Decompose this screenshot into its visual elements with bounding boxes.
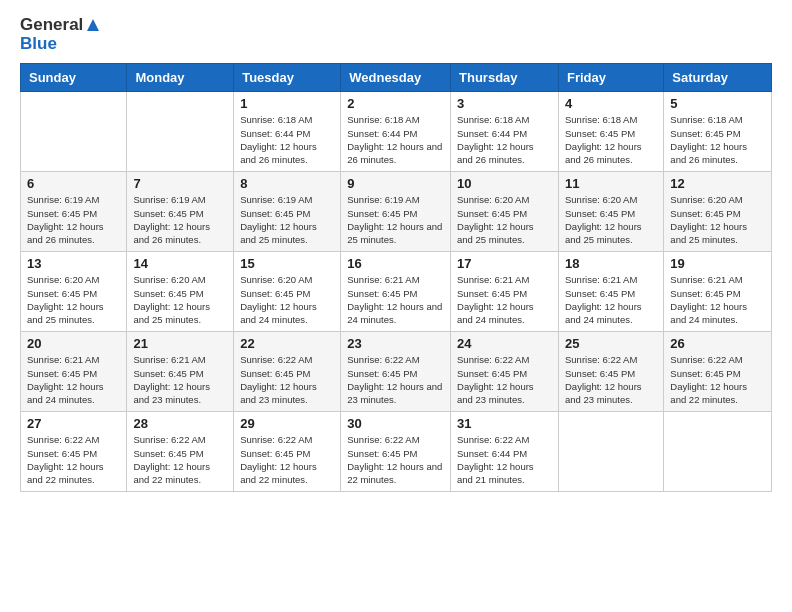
day-number: 25 — [565, 336, 657, 351]
day-number: 14 — [133, 256, 227, 271]
calendar-cell: 25Sunrise: 6:22 AM Sunset: 6:45 PM Dayli… — [558, 332, 663, 412]
day-number: 12 — [670, 176, 765, 191]
day-info: Sunrise: 6:22 AM Sunset: 6:45 PM Dayligh… — [565, 353, 657, 406]
header: General Blue — [20, 16, 772, 53]
calendar-week-1: 1Sunrise: 6:18 AM Sunset: 6:44 PM Daylig… — [21, 92, 772, 172]
calendar-cell: 3Sunrise: 6:18 AM Sunset: 6:44 PM Daylig… — [451, 92, 559, 172]
calendar-cell: 11Sunrise: 6:20 AM Sunset: 6:45 PM Dayli… — [558, 172, 663, 252]
day-number: 6 — [27, 176, 120, 191]
day-number: 30 — [347, 416, 444, 431]
calendar-week-5: 27Sunrise: 6:22 AM Sunset: 6:45 PM Dayli… — [21, 412, 772, 492]
day-info: Sunrise: 6:20 AM Sunset: 6:45 PM Dayligh… — [27, 273, 120, 326]
calendar-cell: 23Sunrise: 6:22 AM Sunset: 6:45 PM Dayli… — [341, 332, 451, 412]
calendar-cell — [664, 412, 772, 492]
day-info: Sunrise: 6:22 AM Sunset: 6:45 PM Dayligh… — [457, 353, 552, 406]
day-number: 23 — [347, 336, 444, 351]
calendar-cell: 2Sunrise: 6:18 AM Sunset: 6:44 PM Daylig… — [341, 92, 451, 172]
calendar-cell: 16Sunrise: 6:21 AM Sunset: 6:45 PM Dayli… — [341, 252, 451, 332]
calendar-cell: 24Sunrise: 6:22 AM Sunset: 6:45 PM Dayli… — [451, 332, 559, 412]
day-number: 5 — [670, 96, 765, 111]
day-number: 31 — [457, 416, 552, 431]
calendar-cell: 28Sunrise: 6:22 AM Sunset: 6:45 PM Dayli… — [127, 412, 234, 492]
day-info: Sunrise: 6:19 AM Sunset: 6:45 PM Dayligh… — [240, 193, 334, 246]
calendar-cell: 13Sunrise: 6:20 AM Sunset: 6:45 PM Dayli… — [21, 252, 127, 332]
day-info: Sunrise: 6:22 AM Sunset: 6:45 PM Dayligh… — [670, 353, 765, 406]
day-info: Sunrise: 6:19 AM Sunset: 6:45 PM Dayligh… — [347, 193, 444, 246]
day-number: 7 — [133, 176, 227, 191]
logo: General Blue — [20, 16, 101, 53]
calendar-cell: 14Sunrise: 6:20 AM Sunset: 6:45 PM Dayli… — [127, 252, 234, 332]
day-info: Sunrise: 6:21 AM Sunset: 6:45 PM Dayligh… — [565, 273, 657, 326]
day-info: Sunrise: 6:21 AM Sunset: 6:45 PM Dayligh… — [457, 273, 552, 326]
calendar-cell: 29Sunrise: 6:22 AM Sunset: 6:45 PM Dayli… — [234, 412, 341, 492]
calendar-header-row: SundayMondayTuesdayWednesdayThursdayFrid… — [21, 64, 772, 92]
calendar-cell — [21, 92, 127, 172]
day-number: 18 — [565, 256, 657, 271]
day-info: Sunrise: 6:22 AM Sunset: 6:45 PM Dayligh… — [133, 433, 227, 486]
day-number: 17 — [457, 256, 552, 271]
day-number: 11 — [565, 176, 657, 191]
day-number: 15 — [240, 256, 334, 271]
day-info: Sunrise: 6:20 AM Sunset: 6:45 PM Dayligh… — [565, 193, 657, 246]
day-number: 2 — [347, 96, 444, 111]
calendar-cell: 4Sunrise: 6:18 AM Sunset: 6:45 PM Daylig… — [558, 92, 663, 172]
calendar-cell: 6Sunrise: 6:19 AM Sunset: 6:45 PM Daylig… — [21, 172, 127, 252]
day-number: 29 — [240, 416, 334, 431]
header-tuesday: Tuesday — [234, 64, 341, 92]
day-info: Sunrise: 6:18 AM Sunset: 6:44 PM Dayligh… — [240, 113, 334, 166]
day-info: Sunrise: 6:22 AM Sunset: 6:44 PM Dayligh… — [457, 433, 552, 486]
logo-general-text: General — [20, 16, 83, 35]
day-number: 26 — [670, 336, 765, 351]
day-number: 9 — [347, 176, 444, 191]
day-info: Sunrise: 6:18 AM Sunset: 6:45 PM Dayligh… — [670, 113, 765, 166]
calendar-cell: 17Sunrise: 6:21 AM Sunset: 6:45 PM Dayli… — [451, 252, 559, 332]
day-number: 22 — [240, 336, 334, 351]
calendar-cell: 22Sunrise: 6:22 AM Sunset: 6:45 PM Dayli… — [234, 332, 341, 412]
header-sunday: Sunday — [21, 64, 127, 92]
calendar-cell: 15Sunrise: 6:20 AM Sunset: 6:45 PM Dayli… — [234, 252, 341, 332]
day-number: 28 — [133, 416, 227, 431]
calendar-cell: 8Sunrise: 6:19 AM Sunset: 6:45 PM Daylig… — [234, 172, 341, 252]
day-number: 3 — [457, 96, 552, 111]
page: General Blue SundayMondayTuesdayWednesda… — [0, 0, 792, 612]
header-saturday: Saturday — [664, 64, 772, 92]
day-number: 20 — [27, 336, 120, 351]
calendar-cell: 20Sunrise: 6:21 AM Sunset: 6:45 PM Dayli… — [21, 332, 127, 412]
calendar-cell: 7Sunrise: 6:19 AM Sunset: 6:45 PM Daylig… — [127, 172, 234, 252]
day-info: Sunrise: 6:22 AM Sunset: 6:45 PM Dayligh… — [347, 353, 444, 406]
svg-marker-0 — [87, 19, 99, 31]
day-info: Sunrise: 6:20 AM Sunset: 6:45 PM Dayligh… — [133, 273, 227, 326]
day-number: 1 — [240, 96, 334, 111]
day-number: 13 — [27, 256, 120, 271]
day-info: Sunrise: 6:18 AM Sunset: 6:45 PM Dayligh… — [565, 113, 657, 166]
day-info: Sunrise: 6:21 AM Sunset: 6:45 PM Dayligh… — [670, 273, 765, 326]
calendar-cell: 21Sunrise: 6:21 AM Sunset: 6:45 PM Dayli… — [127, 332, 234, 412]
header-wednesday: Wednesday — [341, 64, 451, 92]
day-info: Sunrise: 6:18 AM Sunset: 6:44 PM Dayligh… — [347, 113, 444, 166]
day-info: Sunrise: 6:21 AM Sunset: 6:45 PM Dayligh… — [27, 353, 120, 406]
calendar-week-3: 13Sunrise: 6:20 AM Sunset: 6:45 PM Dayli… — [21, 252, 772, 332]
calendar-cell: 5Sunrise: 6:18 AM Sunset: 6:45 PM Daylig… — [664, 92, 772, 172]
logo-container: General Blue — [20, 16, 101, 53]
day-info: Sunrise: 6:22 AM Sunset: 6:45 PM Dayligh… — [240, 353, 334, 406]
day-info: Sunrise: 6:22 AM Sunset: 6:45 PM Dayligh… — [240, 433, 334, 486]
day-number: 4 — [565, 96, 657, 111]
calendar-cell: 10Sunrise: 6:20 AM Sunset: 6:45 PM Dayli… — [451, 172, 559, 252]
header-friday: Friday — [558, 64, 663, 92]
calendar-week-4: 20Sunrise: 6:21 AM Sunset: 6:45 PM Dayli… — [21, 332, 772, 412]
day-number: 16 — [347, 256, 444, 271]
day-info: Sunrise: 6:19 AM Sunset: 6:45 PM Dayligh… — [27, 193, 120, 246]
day-info: Sunrise: 6:20 AM Sunset: 6:45 PM Dayligh… — [457, 193, 552, 246]
calendar-cell: 1Sunrise: 6:18 AM Sunset: 6:44 PM Daylig… — [234, 92, 341, 172]
day-info: Sunrise: 6:21 AM Sunset: 6:45 PM Dayligh… — [347, 273, 444, 326]
calendar-cell — [127, 92, 234, 172]
day-info: Sunrise: 6:19 AM Sunset: 6:45 PM Dayligh… — [133, 193, 227, 246]
calendar-cell: 9Sunrise: 6:19 AM Sunset: 6:45 PM Daylig… — [341, 172, 451, 252]
day-info: Sunrise: 6:22 AM Sunset: 6:45 PM Dayligh… — [347, 433, 444, 486]
header-thursday: Thursday — [451, 64, 559, 92]
day-number: 27 — [27, 416, 120, 431]
calendar-cell — [558, 412, 663, 492]
day-number: 10 — [457, 176, 552, 191]
calendar-cell: 27Sunrise: 6:22 AM Sunset: 6:45 PM Dayli… — [21, 412, 127, 492]
day-number: 21 — [133, 336, 227, 351]
